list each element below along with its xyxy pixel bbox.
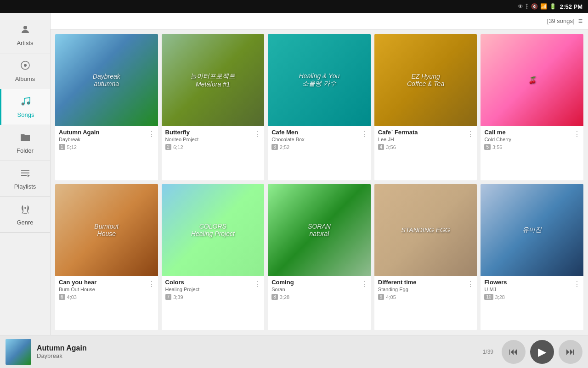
more-button-10[interactable]: ⋮ [573, 280, 581, 288]
album-card-5[interactable]: 🍒⋮Call meCold Cherry53;56 [481, 34, 583, 180]
status-bar: 👁 ₿ 🔇 📶 🔋 2:52 PM [0, 0, 588, 13]
svg-point-3 [22, 103, 24, 105]
album-artist-8: Soran [271, 287, 367, 292]
album-art-3: Healing & You 소울맹 카수 [268, 34, 371, 126]
track-number-2: 2 [165, 144, 172, 150]
duration-6: 4;03 [67, 294, 77, 300]
wifi-icon: 📶 [540, 3, 547, 10]
album-card-4[interactable]: EZ Hyung Coffee & Tea⋮Cafe` FermataLee J… [374, 34, 477, 180]
next-button[interactable]: ⏭ [559, 340, 582, 364]
album-art-8: SORAN natural [268, 184, 371, 276]
album-artist-1: Daybreak [59, 137, 154, 142]
album-card-9[interactable]: STANDING EGG⋮Different timeStanding Egg9… [374, 184, 477, 330]
album-title-6: Can you hear [59, 279, 154, 286]
album-art-5: 🍒 [481, 34, 583, 126]
album-title-9: Different time [378, 279, 474, 286]
duration-2: 6;12 [173, 144, 183, 150]
main-container: ArtistsAlbumsSongsFolderPlaylistsGenre [… [0, 13, 588, 335]
more-button-3[interactable]: ⋮ [361, 130, 368, 138]
album-title-7: Colors [165, 279, 261, 286]
album-art-7: COLORS Healing Project [162, 184, 265, 276]
artists-icon [20, 24, 31, 38]
sidebar-item-genre[interactable]: Genre [0, 197, 50, 233]
album-title-8: Coming [271, 279, 367, 286]
more-button-6[interactable]: ⋮ [148, 280, 155, 288]
sidebar-item-albums[interactable]: Albums [0, 53, 50, 89]
more-button-7[interactable]: ⋮ [254, 280, 261, 288]
more-button-9[interactable]: ⋮ [467, 280, 474, 288]
more-button-5[interactable]: ⋮ [573, 130, 581, 138]
duration-9: 4;05 [386, 294, 396, 300]
more-button-2[interactable]: ⋮ [254, 130, 261, 138]
album-card-1[interactable]: Daybreak autumna⋮Autumn AgainDaybreak15;… [55, 34, 158, 180]
album-title-5: Call me [484, 129, 580, 136]
track-number-1: 1 [59, 144, 65, 150]
album-title-3: Cafe Men [271, 129, 367, 136]
player-progress: 1/39 [483, 349, 493, 355]
list-view-icon[interactable]: ≡ [578, 17, 582, 25]
duration-10: 3;28 [495, 294, 505, 300]
album-artist-10: U MJ [484, 287, 580, 292]
sidebar-label-playlists: Playlists [14, 183, 36, 190]
svg-line-9 [27, 211, 28, 213]
album-title-2: Butterfly [165, 129, 261, 136]
track-number-7: 7 [165, 294, 172, 300]
album-title-1: Autumn Again [59, 129, 154, 136]
sidebar: ArtistsAlbumsSongsFolderPlaylistsGenre [0, 13, 51, 335]
play-button[interactable]: ▶ [530, 340, 554, 364]
sidebar-item-folder[interactable]: Folder [0, 125, 50, 161]
prev-button[interactable]: ⏮ [502, 340, 526, 364]
track-number-3: 3 [271, 144, 278, 150]
more-button-4[interactable]: ⋮ [467, 130, 474, 138]
more-button-1[interactable]: ⋮ [148, 130, 155, 138]
album-artist-4: Lee JH [378, 137, 474, 142]
bluetooth-icon: ₿ [526, 3, 529, 10]
track-number-8: 8 [271, 294, 278, 300]
albums-icon [20, 60, 31, 74]
sidebar-item-artists[interactable]: Artists [0, 17, 50, 53]
svg-point-0 [23, 26, 27, 29]
album-artist-9: Standing Egg [378, 287, 474, 292]
content-area: [39 songs] ≡ Daybreak autumna⋮Autumn Aga… [51, 13, 588, 335]
sidebar-label-genre: Genre [17, 219, 33, 226]
duration-8: 3;28 [280, 294, 289, 300]
more-button-8[interactable]: ⋮ [361, 280, 368, 288]
sidebar-label-songs: Songs [17, 111, 34, 118]
duration-3: 2;52 [280, 144, 289, 150]
album-artist-5: Cold Cherry [484, 137, 580, 142]
album-card-2[interactable]: 놀이터프로젝트 Metáfora #1⋮ButterflyNoriteo Pro… [162, 34, 265, 180]
top-bar: [39 songs] ≡ [51, 13, 588, 29]
svg-point-2 [24, 64, 27, 67]
sidebar-label-artists: Artists [17, 40, 33, 46]
album-card-6[interactable]: Burntout House⋮Can you hearBurn Out Hous… [55, 184, 158, 330]
svg-point-4 [27, 102, 30, 104]
player-thumbnail [6, 339, 31, 365]
duration-4: 3;56 [386, 144, 396, 150]
sidebar-item-playlists[interactable]: Playlists [0, 161, 50, 197]
track-number-5: 5 [484, 144, 491, 150]
album-art-10: 유미진 [481, 184, 583, 276]
album-artist-2: Noriteo Project [165, 137, 261, 142]
track-number-9: 9 [378, 294, 384, 300]
player-artist: Daybreak [37, 352, 477, 359]
player-info: Autumn Again Daybreak [37, 344, 477, 359]
duration-5: 3;56 [492, 144, 502, 150]
album-card-10[interactable]: 유미진⋮FlowersU MJ103;28 [481, 184, 583, 330]
sidebar-label-folder: Folder [17, 147, 34, 154]
sidebar-label-albums: Albums [15, 75, 35, 82]
album-card-3[interactable]: Healing & You 소울맹 카수⋮Cafe MenChocolate B… [268, 34, 371, 180]
album-artist-3: Chocolate Box [271, 137, 367, 142]
status-icons: 👁 ₿ 🔇 📶 🔋 [518, 3, 556, 10]
album-art-1: Daybreak autumna [55, 34, 158, 126]
album-card-7[interactable]: COLORS Healing Project⋮ColorsHealing Pro… [162, 184, 265, 330]
svg-line-8 [22, 211, 23, 213]
clock: 2:52 PM [560, 3, 582, 10]
duration-7: 3;39 [173, 294, 183, 300]
album-card-8[interactable]: SORAN natural⋮ComingSoran83;28 [268, 184, 371, 330]
sidebar-item-songs[interactable]: Songs [0, 89, 50, 125]
player-controls: 1/39 ⏮ ▶ ⏭ [483, 340, 582, 364]
songs-count: [39 songs] [547, 17, 575, 24]
eye-icon: 👁 [518, 3, 523, 10]
album-art-2: 놀이터프로젝트 Metáfora #1 [162, 34, 265, 126]
album-art-6: Burntout House [55, 184, 158, 276]
